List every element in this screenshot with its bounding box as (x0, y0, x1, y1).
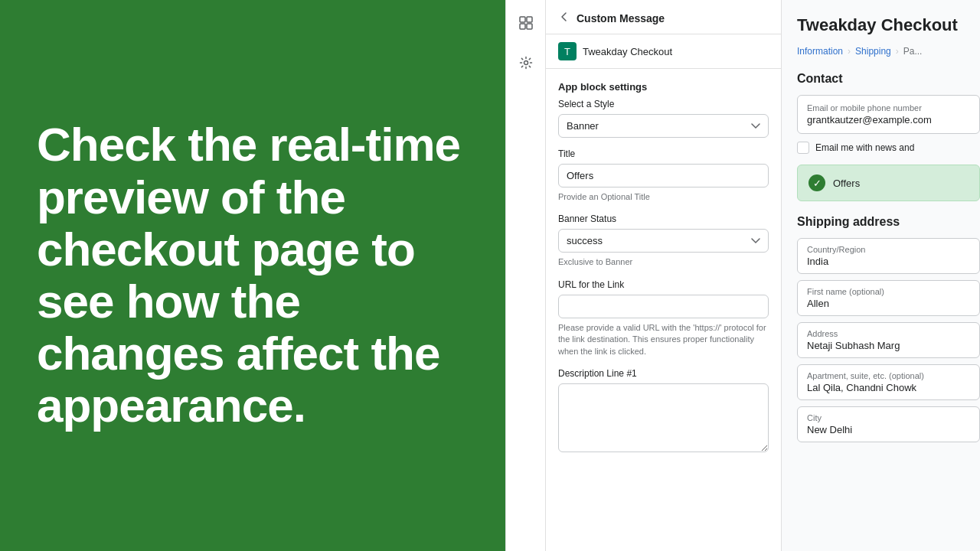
address-field: Address Netaji Subhash Marg (797, 322, 980, 358)
city-label: City (807, 413, 970, 422)
svg-rect-2 (520, 24, 525, 29)
back-button[interactable] (558, 11, 570, 26)
settings-header-title: Custom Message (577, 12, 665, 24)
svg-rect-1 (527, 17, 532, 22)
email-checkbox[interactable] (797, 142, 809, 154)
banner-status-hint: Exclusive to Banner (558, 256, 769, 268)
email-checkbox-row: Email me with news and (797, 142, 980, 154)
offers-banner: ✓ Offers (797, 165, 980, 201)
icon-sidebar (506, 0, 546, 551)
country-value: India (807, 256, 970, 267)
svg-point-4 (524, 61, 528, 65)
title-hint: Provide an Optional Title (558, 191, 769, 203)
left-panel: Check the real-time preview of the check… (0, 0, 505, 551)
breadcrumb-sep-2: › (896, 46, 899, 57)
address-label: Address (807, 329, 970, 338)
settings-panel: Custom Message T Tweakday Checkout App b… (546, 0, 781, 551)
country-label: Country/Region (807, 245, 970, 254)
title-input[interactable] (558, 164, 769, 187)
style-select[interactable]: Banner Inline Popup (558, 114, 769, 138)
description-group: Description Line #1 (546, 368, 781, 466)
offers-banner-text: Offers (833, 178, 860, 189)
apartment-label: Apartment, suite, etc. (optional) (807, 371, 970, 380)
middle-section: Custom Message T Tweakday Checkout App b… (505, 0, 781, 551)
contact-field-box: Email or mobile phone number grantkautze… (797, 95, 980, 134)
breadcrumb-payment: Pa... (903, 46, 923, 57)
country-field: Country/Region India (797, 238, 980, 274)
app-name: Tweakday Checkout (583, 46, 672, 57)
settings-header: Custom Message (546, 0, 781, 34)
banner-status-select[interactable]: success warning error info (558, 229, 769, 253)
svg-rect-3 (527, 24, 532, 29)
style-group: Select a Style Banner Inline Popup (546, 99, 781, 148)
app-row: T Tweakday Checkout (546, 34, 781, 69)
url-label: URL for the Link (558, 279, 769, 290)
apartment-field: Apartment, suite, etc. (optional) Lal Qi… (797, 364, 980, 400)
description-label: Description Line #1 (558, 368, 769, 379)
city-value: New Delhi (807, 424, 970, 435)
firstname-field: First name (optional) Allen (797, 280, 980, 316)
breadcrumb-information: Information (797, 46, 843, 57)
description-textarea[interactable] (558, 383, 769, 452)
url-hint: Please provide a valid URL with the 'htt… (558, 322, 769, 357)
contact-field-value: grantkautzer@example.com (807, 114, 970, 126)
email-checkbox-label: Email me with news and (815, 142, 914, 153)
breadcrumb-shipping: Shipping (855, 46, 891, 57)
title-group: Title Provide an Optional Title (546, 148, 781, 214)
url-group: URL for the Link Please provide a valid … (546, 279, 781, 368)
preview-title: Tweakday Checkout (797, 15, 980, 35)
address-value: Netaji Subhash Marg (807, 340, 970, 351)
firstname-label: First name (optional) (807, 287, 970, 296)
banner-status-group: Banner Status success warning error info… (546, 214, 781, 279)
style-label: Select a Style (558, 99, 769, 109)
headline-text: Check the real-time preview of the check… (37, 119, 469, 432)
url-input[interactable] (558, 295, 769, 318)
breadcrumb: Information › Shipping › Pa... (797, 46, 980, 57)
city-field: City New Delhi (797, 406, 980, 442)
banner-status-label: Banner Status (558, 214, 769, 224)
shipping-section-title: Shipping address (797, 215, 980, 229)
apartment-value: Lal Qila, Chandni Chowk (807, 382, 970, 393)
right-panel: Tweakday Checkout Information › Shipping… (781, 0, 980, 551)
svg-rect-0 (520, 17, 525, 22)
section-title: App block settings (546, 69, 781, 99)
gear-icon[interactable] (512, 49, 540, 77)
title-label: Title (558, 148, 769, 159)
grid-icon[interactable] (512, 9, 540, 37)
contact-field-label: Email or mobile phone number (807, 103, 970, 112)
firstname-value: Allen (807, 298, 970, 309)
app-icon: T (558, 42, 577, 60)
contact-section-title: Contact (797, 72, 980, 86)
offers-check-icon: ✓ (808, 174, 825, 191)
breadcrumb-sep-1: › (848, 46, 851, 57)
